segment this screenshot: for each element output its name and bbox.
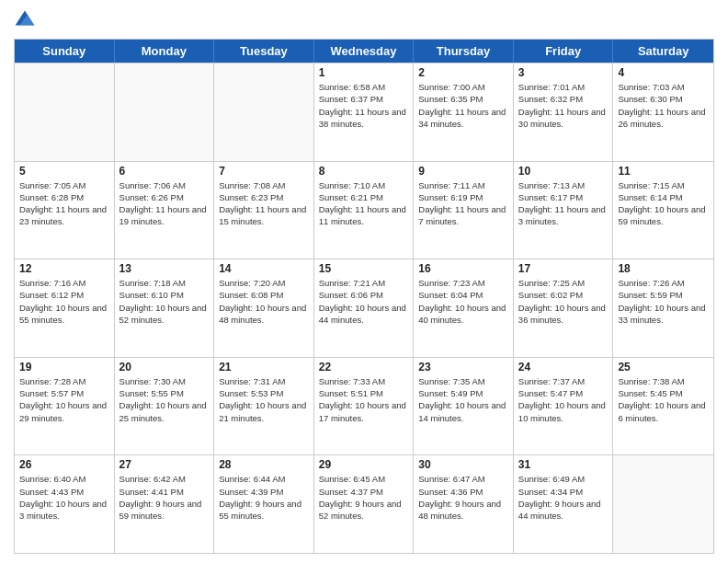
- weekday-header-sunday: Sunday: [15, 40, 115, 63]
- day-number: 2: [418, 66, 508, 79]
- logo: [14, 9, 40, 31]
- day-info: Sunrise: 7:20 AMSunset: 6:08 PMDaylight:…: [219, 277, 309, 326]
- daylight-text: Daylight: 9 hours and 55 minutes.: [219, 498, 309, 523]
- weekday-header-thursday: Thursday: [414, 40, 514, 63]
- calendar-cell: 29Sunrise: 6:45 AMSunset: 4:37 PMDayligh…: [314, 455, 415, 553]
- daylight-text: Daylight: 11 hours and 11 minutes.: [319, 203, 409, 228]
- day-info: Sunrise: 7:18 AMSunset: 6:10 PMDaylight:…: [119, 277, 210, 326]
- daylight-text: Daylight: 11 hours and 7 minutes.: [418, 203, 508, 228]
- sunset-text: Sunset: 6:17 PM: [518, 191, 609, 203]
- day-info: Sunrise: 7:15 AMSunset: 6:14 PMDaylight:…: [618, 179, 709, 228]
- sunrise-text: Sunrise: 7:30 AM: [119, 375, 210, 387]
- calendar-cell: 30Sunrise: 6:47 AMSunset: 4:36 PMDayligh…: [414, 455, 514, 553]
- day-number: 30: [418, 458, 508, 471]
- sunrise-text: Sunrise: 6:58 AM: [319, 81, 409, 93]
- sunrise-text: Sunrise: 7:38 AM: [618, 375, 709, 387]
- calendar-cell: 10Sunrise: 7:13 AMSunset: 6:17 PMDayligh…: [514, 162, 614, 259]
- day-info: Sunrise: 7:33 AMSunset: 5:51 PMDaylight:…: [319, 375, 409, 424]
- calendar-cell: [15, 63, 115, 161]
- calendar-cell: 27Sunrise: 6:42 AMSunset: 4:41 PMDayligh…: [115, 455, 215, 553]
- sunset-text: Sunset: 6:35 PM: [418, 93, 508, 105]
- weekday-header-friday: Friday: [514, 40, 614, 63]
- sunset-text: Sunset: 5:45 PM: [618, 387, 709, 399]
- day-info: Sunrise: 7:30 AMSunset: 5:55 PMDaylight:…: [119, 375, 210, 424]
- daylight-text: Daylight: 9 hours and 48 minutes.: [418, 498, 508, 523]
- calendar-cell: 3Sunrise: 7:01 AMSunset: 6:32 PMDaylight…: [514, 63, 614, 161]
- calendar-cell: 15Sunrise: 7:21 AMSunset: 6:06 PMDayligh…: [314, 259, 415, 357]
- sunrise-text: Sunrise: 7:13 AM: [518, 179, 609, 191]
- day-info: Sunrise: 7:37 AMSunset: 5:47 PMDaylight:…: [518, 375, 609, 424]
- day-number: 17: [518, 262, 609, 275]
- daylight-text: Daylight: 9 hours and 52 minutes.: [319, 498, 409, 523]
- sunset-text: Sunset: 6:08 PM: [219, 289, 309, 301]
- day-info: Sunrise: 6:42 AMSunset: 4:41 PMDaylight:…: [119, 473, 210, 522]
- calendar-row-4: 26Sunrise: 6:40 AMSunset: 4:43 PMDayligh…: [15, 454, 713, 553]
- sunrise-text: Sunrise: 7:10 AM: [319, 179, 409, 191]
- calendar-cell: 24Sunrise: 7:37 AMSunset: 5:47 PMDayligh…: [514, 358, 614, 455]
- day-number: 15: [319, 262, 409, 275]
- daylight-text: Daylight: 10 hours and 52 minutes.: [119, 302, 210, 327]
- daylight-text: Daylight: 11 hours and 34 minutes.: [418, 106, 508, 131]
- day-info: Sunrise: 6:49 AMSunset: 4:34 PMDaylight:…: [518, 473, 609, 522]
- sunrise-text: Sunrise: 7:25 AM: [518, 277, 609, 289]
- calendar-cell: 7Sunrise: 7:08 AMSunset: 6:23 PMDaylight…: [214, 162, 314, 259]
- day-info: Sunrise: 7:16 AMSunset: 6:12 PMDaylight:…: [19, 277, 109, 326]
- sunrise-text: Sunrise: 6:40 AM: [19, 473, 109, 485]
- calendar-cell: 14Sunrise: 7:20 AMSunset: 6:08 PMDayligh…: [214, 259, 314, 357]
- sunrise-text: Sunrise: 7:26 AM: [618, 277, 709, 289]
- day-info: Sunrise: 7:08 AMSunset: 6:23 PMDaylight:…: [219, 179, 309, 228]
- daylight-text: Daylight: 10 hours and 29 minutes.: [19, 399, 109, 424]
- sunset-text: Sunset: 6:26 PM: [119, 191, 210, 203]
- daylight-text: Daylight: 11 hours and 38 minutes.: [319, 106, 409, 131]
- day-number: 16: [418, 262, 508, 275]
- calendar-cell: 31Sunrise: 6:49 AMSunset: 4:34 PMDayligh…: [514, 455, 614, 553]
- daylight-text: Daylight: 10 hours and 17 minutes.: [319, 399, 409, 424]
- daylight-text: Daylight: 10 hours and 21 minutes.: [219, 399, 309, 424]
- calendar-cell: 6Sunrise: 7:06 AMSunset: 6:26 PMDaylight…: [115, 162, 215, 259]
- day-number: 10: [518, 165, 609, 178]
- sunset-text: Sunset: 6:21 PM: [319, 191, 409, 203]
- sunset-text: Sunset: 5:51 PM: [319, 387, 409, 399]
- day-number: 20: [119, 361, 210, 373]
- daylight-text: Daylight: 11 hours and 15 minutes.: [219, 203, 309, 228]
- daylight-text: Daylight: 9 hours and 44 minutes.: [518, 498, 609, 523]
- sunset-text: Sunset: 4:34 PM: [518, 486, 609, 498]
- daylight-text: Daylight: 9 hours and 59 minutes.: [119, 498, 210, 523]
- sunset-text: Sunset: 6:12 PM: [19, 289, 109, 301]
- daylight-text: Daylight: 10 hours and 25 minutes.: [119, 399, 210, 424]
- sunrise-text: Sunrise: 7:08 AM: [219, 179, 309, 191]
- sunrise-text: Sunrise: 7:31 AM: [219, 375, 309, 387]
- day-number: 6: [119, 165, 210, 178]
- calendar-row-1: 5Sunrise: 7:05 AMSunset: 6:28 PMDaylight…: [15, 161, 713, 259]
- calendar-row-3: 19Sunrise: 7:28 AMSunset: 5:57 PMDayligh…: [15, 357, 713, 455]
- day-info: Sunrise: 7:13 AMSunset: 6:17 PMDaylight:…: [518, 179, 609, 228]
- sunrise-text: Sunrise: 7:23 AM: [418, 277, 508, 289]
- sunset-text: Sunset: 4:43 PM: [19, 486, 109, 498]
- sunrise-text: Sunrise: 7:05 AM: [19, 179, 109, 191]
- sunset-text: Sunset: 5:53 PM: [219, 387, 309, 399]
- weekday-header-wednesday: Wednesday: [314, 40, 415, 63]
- page: SundayMondayTuesdayWednesdayThursdayFrid…: [0, 0, 728, 563]
- calendar-cell: 19Sunrise: 7:28 AMSunset: 5:57 PMDayligh…: [15, 358, 115, 455]
- calendar-cell: [613, 455, 713, 553]
- daylight-text: Daylight: 10 hours and 44 minutes.: [319, 302, 409, 327]
- daylight-text: Daylight: 10 hours and 55 minutes.: [19, 302, 109, 327]
- daylight-text: Daylight: 10 hours and 14 minutes.: [418, 399, 508, 424]
- day-info: Sunrise: 7:01 AMSunset: 6:32 PMDaylight:…: [518, 81, 609, 130]
- calendar-cell: 13Sunrise: 7:18 AMSunset: 6:10 PMDayligh…: [115, 259, 215, 357]
- daylight-text: Daylight: 10 hours and 3 minutes.: [19, 498, 109, 523]
- calendar-header: SundayMondayTuesdayWednesdayThursdayFrid…: [15, 40, 713, 63]
- sunrise-text: Sunrise: 7:33 AM: [319, 375, 409, 387]
- header: [14, 9, 714, 31]
- day-number: 28: [219, 458, 309, 471]
- sunrise-text: Sunrise: 7:20 AM: [219, 277, 309, 289]
- calendar-cell: 28Sunrise: 6:44 AMSunset: 4:39 PMDayligh…: [214, 455, 314, 553]
- day-info: Sunrise: 7:35 AMSunset: 5:49 PMDaylight:…: [418, 375, 508, 424]
- daylight-text: Daylight: 11 hours and 26 minutes.: [618, 106, 709, 131]
- day-info: Sunrise: 6:47 AMSunset: 4:36 PMDaylight:…: [418, 473, 508, 522]
- day-number: 12: [19, 262, 109, 275]
- sunset-text: Sunset: 6:06 PM: [319, 289, 409, 301]
- day-info: Sunrise: 7:38 AMSunset: 5:45 PMDaylight:…: [618, 375, 709, 424]
- day-number: 1: [319, 66, 409, 79]
- day-number: 25: [618, 361, 709, 373]
